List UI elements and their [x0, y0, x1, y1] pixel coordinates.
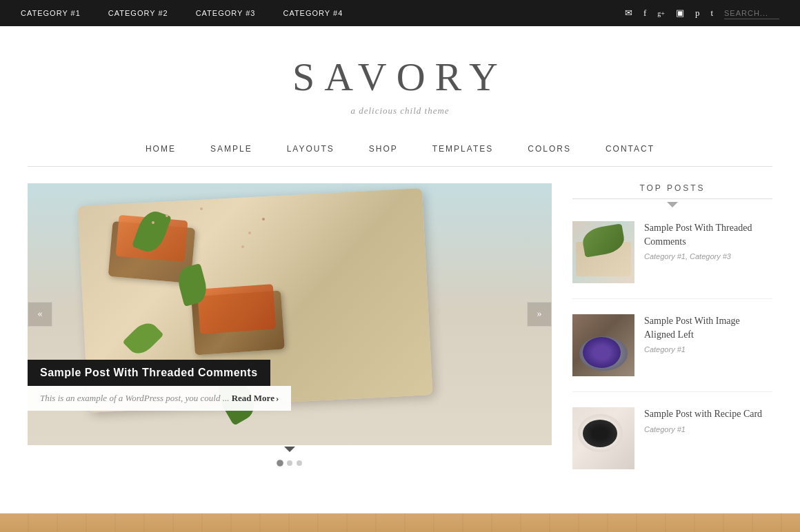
top-post-3: Sample Post with Recipe Card Category #1: [572, 407, 772, 484]
nav-templates[interactable]: TEMPLATES: [432, 144, 493, 154]
nav-layouts[interactable]: LAYOUTS: [287, 144, 334, 154]
site-header: SAVORY a delicious child theme: [0, 26, 800, 130]
slider-arrow-right[interactable]: »: [527, 302, 552, 327]
content-area: « » Sample Post With Threaded Comments T…: [0, 167, 800, 500]
search-input[interactable]: [724, 8, 779, 19]
top-bar: CATEGORY #1 CATEGORY #2 CATEGORY #3 CATE…: [0, 0, 800, 26]
top-nav-cat2[interactable]: CATEGORY #2: [108, 9, 168, 17]
sidebar: TOP POSTS Sample Post With Threaded Comm…: [572, 183, 772, 500]
post-caption: Sample Post With Threaded Comments This …: [28, 360, 552, 411]
top-post-1-info: Sample Post With Threaded Comments Categ…: [644, 221, 772, 283]
excerpt-text: This is an example of a WordPress post, …: [40, 393, 229, 403]
top-post-2-info: Sample Post With Image Aligned Left Cate…: [644, 314, 772, 376]
site-title: SAVORY: [14, 54, 786, 100]
slider-dot-1[interactable]: [277, 460, 283, 467]
read-more-link[interactable]: Read More: [232, 393, 279, 403]
top-post-3-cats: Category #1: [644, 425, 772, 433]
thumb-berries-2: [583, 337, 621, 368]
thumb-olives-3: [583, 420, 617, 447]
googleplus-icon[interactable]: g+: [657, 10, 665, 17]
main-content: « » Sample Post With Threaded Comments T…: [28, 183, 552, 500]
top-post-2-thumb[interactable]: [572, 314, 634, 376]
top-posts-section: TOP POSTS: [572, 183, 772, 207]
top-nav-cat4[interactable]: CATEGORY #4: [283, 9, 343, 17]
top-nav-cat1[interactable]: CATEGORY #1: [21, 9, 81, 17]
instagram-icon[interactable]: ▣: [676, 8, 684, 19]
slider-container: « » Sample Post With Threaded Comments T…: [28, 183, 552, 445]
site-tagline: a delicious child theme: [14, 105, 786, 116]
top-post-3-thumb[interactable]: [572, 407, 634, 469]
email-icon[interactable]: ✉: [625, 8, 632, 19]
top-post-1: Sample Post With Threaded Comments Categ…: [572, 221, 772, 299]
top-post-1-title[interactable]: Sample Post With Threaded Comments: [644, 221, 772, 248]
slider-arrow-left[interactable]: «: [28, 302, 52, 327]
twitter-icon[interactable]: t: [710, 8, 713, 19]
nav-home[interactable]: HOME: [146, 144, 176, 154]
sidebar-title-arrow: [572, 202, 772, 207]
nav-sample[interactable]: SAMPLE: [210, 144, 252, 154]
top-post-3-title[interactable]: Sample Post with Recipe Card: [644, 407, 772, 421]
slider-dots: [28, 452, 552, 470]
below-fold-section: [0, 513, 800, 532]
facebook-icon[interactable]: f: [643, 8, 646, 19]
top-nav-cat3[interactable]: CATEGORY #3: [196, 9, 256, 17]
main-nav: HOME SAMPLE LAYOUTS SHOP TEMPLATES COLOR…: [28, 130, 772, 167]
post-excerpt: This is an example of a WordPress post, …: [28, 386, 291, 411]
top-post-2-cats: Category #1: [644, 345, 772, 354]
nav-colors[interactable]: COLORS: [528, 144, 571, 154]
top-bar-right: ✉ f g+ ▣ p t: [625, 8, 779, 19]
toast-topping-2: [197, 284, 276, 334]
slider-dot-2[interactable]: [287, 460, 292, 466]
pinterest-icon[interactable]: p: [695, 8, 700, 19]
top-post-1-cats: Category #1, Category #3: [644, 252, 772, 260]
post-title-overlay[interactable]: Sample Post With Threaded Comments: [28, 360, 270, 386]
top-post-2: Sample Post With Image Aligned Left Cate…: [572, 314, 772, 392]
slider-dot-3[interactable]: [297, 460, 302, 466]
nav-contact[interactable]: CONTACT: [606, 144, 654, 154]
sidebar-section-title: TOP POSTS: [572, 183, 772, 199]
top-bar-nav: CATEGORY #1 CATEGORY #2 CATEGORY #3 CATE…: [21, 9, 343, 17]
nav-shop[interactable]: SHOP: [369, 144, 398, 154]
top-post-3-info: Sample Post with Recipe Card Category #1: [644, 407, 772, 469]
top-post-1-thumb[interactable]: [572, 221, 634, 283]
top-post-2-title[interactable]: Sample Post With Image Aligned Left: [644, 314, 772, 341]
slider-indicator: [28, 447, 552, 452]
wood-texture: [0, 513, 800, 532]
